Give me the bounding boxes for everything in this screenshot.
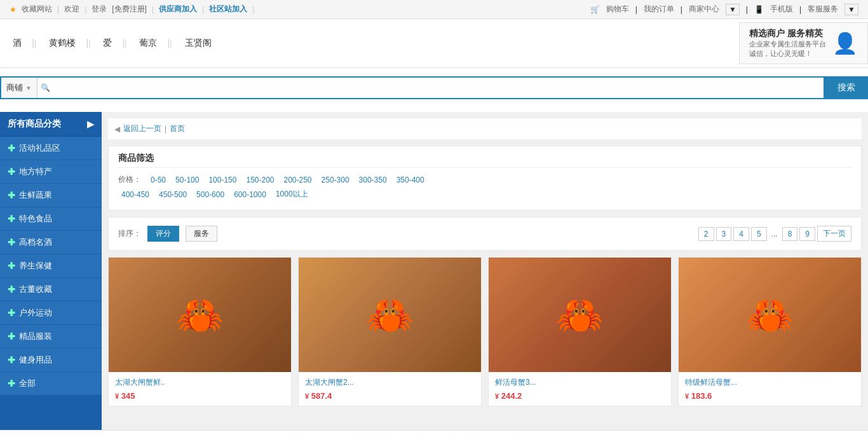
filter-price-300-350[interactable]: 300-350	[356, 175, 390, 185]
yuan-sign-0: ¥	[115, 392, 119, 400]
page-5[interactable]: 5	[751, 227, 767, 241]
merchant-dropdown-icon[interactable]: ▼	[726, 4, 740, 15]
star-icon: ★	[10, 5, 17, 14]
mobile-link[interactable]: 手机版	[770, 4, 793, 15]
divider7: |	[681, 5, 682, 14]
search-button[interactable]: 搜索	[825, 76, 868, 99]
supplier-join-link[interactable]: 供应商加入	[159, 4, 197, 15]
search-select-arrow: ▼	[25, 85, 32, 92]
product-info-2: 鲜活母蟹3... ¥ 244.2	[489, 372, 671, 406]
filter-price-250-300[interactable]: 250-300	[318, 175, 353, 185]
page-3[interactable]: 3	[716, 227, 732, 241]
sidebar-item-fashion[interactable]: ✚ 精品服装	[0, 325, 102, 349]
sidebar-item-outdoor[interactable]: ✚ 户外运动	[0, 301, 102, 325]
sidebar-item-label-7: 户外运动	[19, 307, 94, 319]
product-info-1: 太湖大闸蟹2... ¥ 587.4	[299, 372, 481, 406]
breadcrumb: ◀ 返回上一页 | 首页	[108, 118, 862, 139]
merchant-center-link[interactable]: 商家中心	[689, 4, 719, 15]
sidebar-plus-icon-4: ✚	[8, 237, 15, 247]
filter-price-400-450[interactable]: 400-450	[118, 190, 153, 200]
nav-tabs-row: 酒 | 黄鹤楼 | 爱 | 葡京 | 玉贤阁 精选商户 服务精英 企业家专属生活…	[0, 19, 868, 68]
page-9[interactable]: 9	[799, 227, 815, 241]
filter-price-1000plus[interactable]: 1000以上	[273, 188, 311, 200]
filter-price-500-600[interactable]: 500-600	[193, 190, 227, 200]
cart-link[interactable]: 购物车	[606, 4, 629, 15]
sidebar-item-label-2: 生鲜蔬果	[19, 190, 94, 201]
filter-price-350-400[interactable]: 350-400	[393, 175, 428, 185]
nav-tab-huanghelu[interactable]: 黄鹤楼	[36, 34, 88, 52]
yuan-sign-3: ¥	[685, 392, 689, 400]
sidebar-plus-icon-3: ✚	[8, 214, 15, 224]
filter-price-200-250[interactable]: 200-250	[281, 175, 315, 185]
sidebar-plus-icon-9: ✚	[8, 355, 15, 365]
sidebar-item-health[interactable]: ✚ 养生保健	[0, 254, 102, 278]
sidebar-item-activities[interactable]: ✚ 活动礼品区	[0, 137, 102, 160]
product-card-3[interactable]: 🦀 特级鲜活母蟹... ¥ 183.6	[678, 257, 862, 406]
search-magnifier-icon: 🔍	[37, 78, 53, 98]
nav-tab-pujing[interactable]: 葡京	[126, 34, 170, 52]
divider6: |	[635, 5, 637, 14]
customer-service-link[interactable]: 客服服务	[808, 4, 838, 15]
product-card-0[interactable]: 🦀 太湖大闸蟹鲜.. ¥ 345	[108, 257, 292, 406]
promo-area: 精选商户 服务精英 企业家专属生活服务平台 诚信，让心灵无暖！ 👤	[739, 22, 868, 64]
page-next[interactable]: 下一页	[817, 226, 851, 242]
page-2[interactable]: 2	[698, 227, 714, 241]
sidebar-item-featured-food[interactable]: ✚ 特色食品	[0, 207, 102, 231]
sidebar-item-label-4: 高档名酒	[19, 237, 94, 248]
community-join-link[interactable]: 社区站加入	[209, 4, 247, 15]
filter-title: 商品筛选	[118, 153, 851, 168]
product-price-2: ¥ 244.2	[495, 391, 665, 401]
product-card-1[interactable]: 🦀 太湖大闸蟹2... ¥ 587.4	[298, 257, 482, 406]
nav-tab-yuxiange[interactable]: 玉贤阁	[172, 34, 224, 52]
filter-price-150-200[interactable]: 150-200	[243, 175, 277, 185]
page-8[interactable]: 8	[782, 227, 798, 241]
product-name-3: 特级鲜活母蟹...	[685, 377, 855, 388]
sort-btn-service[interactable]: 服务	[186, 226, 217, 242]
nav-tab-jiu[interactable]: 酒	[0, 34, 34, 52]
product-price-0: ¥ 345	[115, 391, 285, 401]
sidebar-item-label-6: 古董收藏	[19, 284, 94, 295]
sort-btn-rating[interactable]: 评分	[147, 226, 179, 242]
sidebar-item-all[interactable]: ✚ 全部	[0, 372, 102, 396]
search-select[interactable]: 商铺 ▼	[1, 78, 37, 98]
login-link[interactable]: 登录	[92, 4, 107, 15]
product-image-0: 🦀	[109, 258, 291, 372]
search-select-label: 商铺	[6, 82, 23, 93]
product-card-2[interactable]: 🦀 鲜活母蟹3... ¥ 244.2	[488, 257, 672, 406]
crab-visual-1: 🦀	[299, 258, 481, 372]
filter-price-450-500[interactable]: 450-500	[156, 190, 190, 200]
product-info-3: 特级鲜活母蟹... ¥ 183.6	[679, 372, 861, 406]
divider1: |	[57, 5, 59, 14]
sidebar-item-fresh[interactable]: ✚ 生鲜蔬果	[0, 184, 102, 207]
divider3: |	[152, 5, 154, 14]
sidebar-item-antiques[interactable]: ✚ 古董收藏	[0, 278, 102, 301]
filter-price-0-50[interactable]: 0-50	[147, 175, 169, 185]
product-image-2: 🦀	[489, 258, 671, 372]
service-dropdown-icon[interactable]: ▼	[844, 4, 858, 15]
collect-link[interactable]: 收藏网站	[22, 4, 52, 15]
product-grid: 🦀 太湖大闸蟹鲜.. ¥ 345 🦀 太湖大闸蟹2... ¥	[108, 257, 862, 406]
nav-tab-ai[interactable]: 爱	[90, 34, 125, 52]
content-area: ◀ 返回上一页 | 首页 商品筛选 价格： 0-50 50-100 100-15…	[102, 112, 868, 430]
sidebar-item-fitness[interactable]: ✚ 健身用品	[0, 349, 102, 372]
yuan-sign-1: ¥	[305, 392, 309, 400]
sidebar-plus-icon-1: ✚	[8, 167, 15, 177]
promo-tagline: 诚信，让心灵无暖！	[749, 49, 826, 59]
breadcrumb-back-link[interactable]: 返回上一页	[123, 123, 161, 134]
product-price-1: ¥ 587.4	[305, 391, 475, 401]
breadcrumb-home-link[interactable]: 首页	[170, 123, 185, 134]
product-image-1: 🦀	[299, 258, 481, 372]
filter-price-50-100[interactable]: 50-100	[172, 175, 202, 185]
sidebar-item-specialties[interactable]: ✚ 地方特产	[0, 160, 102, 184]
sidebar-item-label-9: 健身用品	[19, 354, 94, 366]
cart-icon: 🛒	[590, 5, 600, 14]
my-order-link[interactable]: 我的订单	[644, 4, 674, 15]
filter-price-600-1000[interactable]: 600-1000	[231, 190, 269, 200]
filter-price-100-150[interactable]: 100-150	[205, 175, 240, 185]
free-register-link[interactable]: [免费注册]	[112, 4, 147, 15]
page-4[interactable]: 4	[733, 227, 749, 241]
search-input[interactable]	[53, 78, 824, 98]
price-value-2: 244.2	[501, 391, 522, 401]
sidebar-header: 所有商品分类 ▶	[0, 112, 102, 137]
sidebar-item-premium-wine[interactable]: ✚ 高档名酒	[0, 231, 102, 254]
